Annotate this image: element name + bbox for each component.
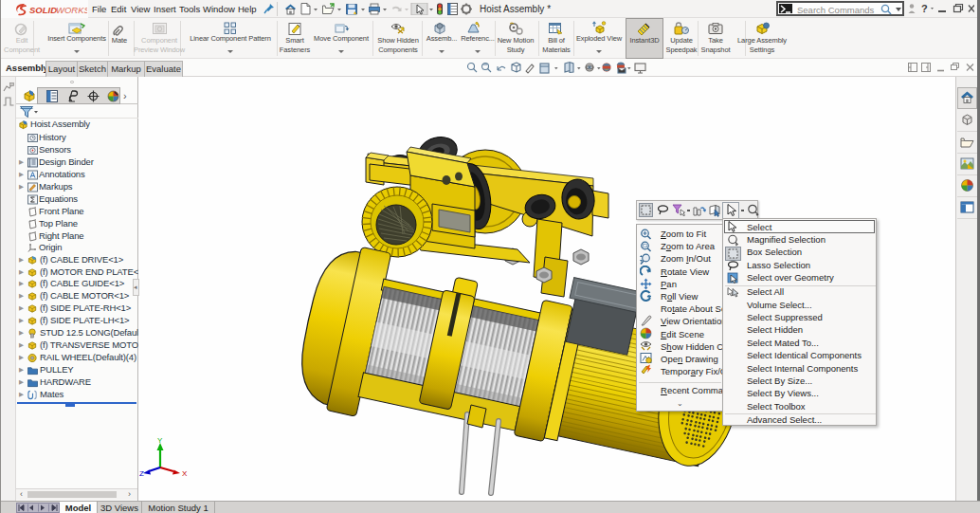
- svg-text:X: X: [182, 469, 188, 478]
- svg-text:SOLID: SOLID: [29, 5, 57, 15]
- svg-text:WORKS: WORKS: [56, 5, 87, 15]
- svg-text:Z: Z: [139, 469, 144, 478]
- svg-text:Y: Y: [157, 436, 163, 445]
- svg-text:?: ?: [921, 3, 928, 14]
